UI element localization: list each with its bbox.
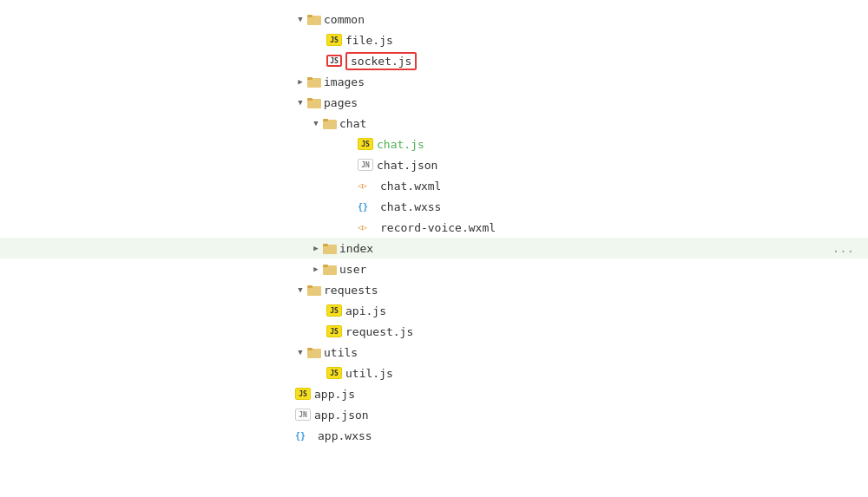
folder-requests[interactable]: requests <box>0 279 868 300</box>
folder-requests-label: requests <box>324 284 378 297</box>
folder-index-label: index <box>339 242 373 255</box>
badge-js-util: JS <box>326 367 342 379</box>
svg-rect-8 <box>323 119 328 121</box>
folder-icon-images <box>307 75 321 88</box>
file-chat-wxml[interactable]: ◁▷ chat.wxml <box>0 175 868 196</box>
folder-chat-label: chat <box>339 117 366 130</box>
folder-icon-utils <box>307 346 321 358</box>
file-util-js[interactable]: JS util.js <box>0 363 868 383</box>
folder-index[interactable]: index ... <box>0 238 868 258</box>
folder-icon-requests <box>307 284 321 296</box>
arrow-common <box>295 14 306 24</box>
svg-rect-10 <box>323 244 328 246</box>
file-app-json[interactable]: JN app.json <box>0 404 868 425</box>
badge-js-chat: JS <box>358 138 373 150</box>
folder-pages-label: pages <box>324 96 358 109</box>
dots-menu-index[interactable]: ... <box>832 241 854 255</box>
folder-utils[interactable]: utils <box>0 342 868 363</box>
svg-rect-14 <box>307 285 312 288</box>
svg-rect-6 <box>307 98 312 101</box>
label-chat-wxss: chat.wxss <box>380 200 441 213</box>
arrow-utils <box>295 347 306 357</box>
file-file-js[interactable]: JS file.js <box>0 29 868 50</box>
folder-chat[interactable]: chat <box>0 113 868 134</box>
label-app-js: app.js <box>314 388 355 401</box>
file-api-js[interactable]: JS api.js <box>0 300 868 321</box>
svg-rect-12 <box>323 265 328 267</box>
label-util-js: util.js <box>345 367 393 380</box>
badge-js-socket: JS <box>326 55 342 67</box>
folder-icon-common <box>307 13 321 25</box>
label-file-js: file.js <box>345 34 393 47</box>
badge-js-api: JS <box>326 304 342 317</box>
file-record-voice-wxml[interactable]: ◁▷ record-voice.wxml <box>0 217 868 238</box>
badge-wxml-record: ◁▷ <box>358 221 377 233</box>
file-request-js[interactable]: JS request.js <box>0 321 868 342</box>
svg-rect-4 <box>307 77 312 80</box>
label-record-voice-wxml: record-voice.wxml <box>380 221 496 234</box>
folder-icon-user <box>323 263 337 275</box>
label-socket-js: socket.js <box>345 52 417 70</box>
label-chat-json: chat.json <box>377 159 437 172</box>
folder-common-label: common <box>324 13 365 26</box>
label-chat-js: chat.js <box>377 138 424 151</box>
svg-rect-16 <box>307 348 312 350</box>
folder-icon-pages <box>307 96 321 108</box>
folder-user-label: user <box>339 263 366 276</box>
arrow-images <box>295 76 306 87</box>
badge-js-file: JS <box>326 34 342 46</box>
label-app-wxss: app.wxss <box>318 429 372 442</box>
arrow-requests <box>295 284 306 295</box>
badge-wxss-chat: {} <box>358 200 377 213</box>
badge-wxss-app: {} <box>295 429 314 441</box>
badge-json-chat: JN <box>358 159 373 171</box>
arrow-index <box>311 243 321 253</box>
folder-icon-index <box>323 242 337 254</box>
badge-js-request: JS <box>326 325 342 337</box>
folder-pages[interactable]: pages <box>0 92 868 113</box>
svg-rect-2 <box>307 15 312 17</box>
file-app-js[interactable]: JS app.js <box>0 383 868 404</box>
file-app-wxss[interactable]: {} app.wxss <box>0 425 868 446</box>
folder-common[interactable]: common <box>0 9 868 29</box>
label-api-js: api.js <box>345 304 386 317</box>
label-app-json: app.json <box>314 409 369 422</box>
label-chat-wxml: chat.wxml <box>380 180 441 193</box>
file-chat-wxss[interactable]: {} chat.wxss <box>0 196 868 217</box>
file-chat-json[interactable]: JN chat.json <box>0 154 868 175</box>
arrow-user <box>311 264 321 274</box>
folder-images-label: images <box>324 75 365 88</box>
arrow-pages <box>295 97 306 108</box>
folder-icon-chat <box>323 117 337 129</box>
file-socket-js[interactable]: JS socket.js <box>0 50 868 71</box>
badge-js-app: JS <box>295 388 311 400</box>
badge-wxml-chat: ◁▷ <box>358 180 377 192</box>
file-chat-js[interactable]: JS chat.js <box>0 134 868 154</box>
folder-user[interactable]: user <box>0 258 868 279</box>
file-tree: common JS file.js JS socket.js images pa… <box>0 0 868 497</box>
badge-json-app: JN <box>295 409 311 421</box>
folder-utils-label: utils <box>324 346 358 359</box>
label-request-js: request.js <box>345 325 413 338</box>
folder-images[interactable]: images <box>0 71 868 92</box>
arrow-chat <box>311 118 321 128</box>
